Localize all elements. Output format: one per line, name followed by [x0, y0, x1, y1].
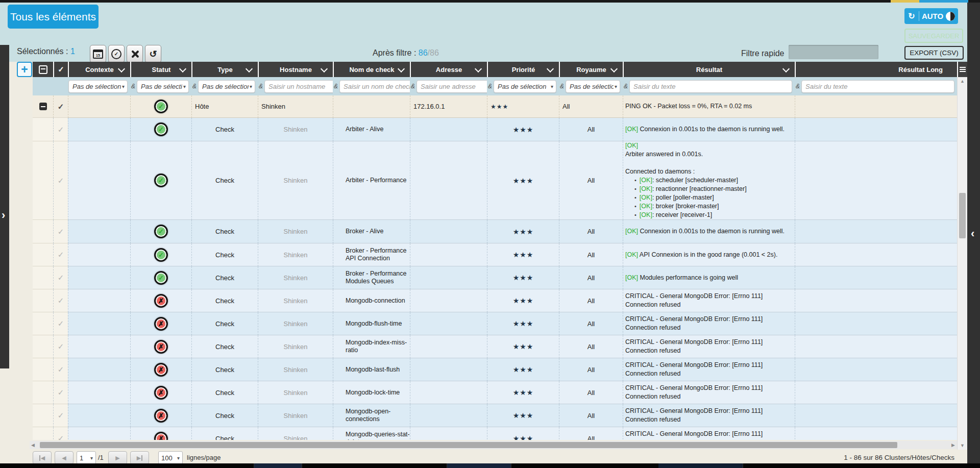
col-header-royaume[interactable]: Royaume — [559, 62, 623, 77]
filter-input-nom-de-check[interactable] — [339, 80, 410, 93]
col-header-resultat[interactable]: Résultat — [623, 62, 795, 77]
toggle-knob-icon[interactable] — [946, 12, 955, 21]
save-button[interactable]: SAUVEGARDER — [904, 29, 963, 43]
filter-input-resultat[interactable] — [629, 80, 792, 93]
row-check-icon[interactable]: ✓ — [58, 227, 64, 236]
filter-select-priorite[interactable]: Pas de sélection▾ — [494, 80, 556, 93]
export-csv-button[interactable]: EXPORT (CSV) — [904, 46, 964, 60]
last-page-button[interactable]: ▶ — [130, 451, 149, 464]
horizontal-scrollbar[interactable]: ◀ ▶ — [30, 441, 957, 449]
table-row[interactable]: ✓✗CheckShinkenMongodb-flush-time★★★AllCR… — [33, 312, 957, 335]
col-header-priorite[interactable]: Priorité — [487, 62, 559, 77]
row-check-icon[interactable]: ✓ — [58, 342, 64, 351]
table-row[interactable]: ✓✓HôteShinken172.16.0.1★★★AllPING OK - P… — [33, 95, 957, 118]
filter-select-contexte[interactable]: Pas de sélection▾ — [68, 80, 128, 93]
row-check-icon[interactable]: ✓ — [58, 365, 64, 374]
add-filter-button[interactable]: + — [17, 62, 32, 77]
col-header-nom-de-check[interactable]: Nom de check — [333, 62, 410, 77]
cell-collapse — [33, 95, 53, 118]
row-check-icon[interactable]: ✓ — [58, 319, 64, 328]
cell-resultat-long — [795, 95, 957, 118]
row-check-icon[interactable]: ✓ — [58, 296, 64, 305]
schedule-button[interactable]: 15 — [90, 45, 106, 63]
row-check-icon[interactable]: ✓ — [58, 102, 64, 111]
cell-adresse — [410, 381, 487, 404]
table-row[interactable]: ✓✗CheckShinkenMongodb-last-flush★★★AllCR… — [33, 358, 957, 381]
table-row[interactable]: ✓✓CheckShinkenBroker - Performance API C… — [33, 243, 957, 266]
table-row[interactable]: ✓✗CheckShinkenMongodb-connection★★★AllCR… — [33, 289, 957, 312]
chevron-down-icon[interactable] — [179, 65, 186, 72]
chevron-down-icon[interactable] — [475, 65, 482, 72]
scroll-up-icon[interactable]: ▲ — [958, 79, 967, 84]
col-header-select[interactable]: ✓ — [53, 62, 68, 77]
col-header-collapse[interactable] — [33, 62, 53, 77]
col-header-resultat-long[interactable]: Résultat Long — [795, 62, 957, 77]
row-check-icon[interactable]: ✓ — [58, 176, 64, 185]
row-check-icon[interactable]: ✓ — [58, 388, 64, 397]
horizontal-scrollbar-thumb[interactable] — [40, 442, 897, 448]
quick-filter-input[interactable] — [789, 45, 878, 59]
row-check-icon[interactable]: ✓ — [58, 250, 64, 259]
table-row[interactable]: ✓✓CheckShinkenBroker - Performance Modul… — [33, 266, 957, 289]
cell-royaume: All — [559, 335, 623, 358]
chevron-down-icon[interactable] — [246, 65, 253, 72]
previous-page-button[interactable]: ◀ — [55, 451, 74, 464]
filter-input-hostname[interactable] — [264, 80, 333, 93]
chevron-down-icon[interactable] — [610, 65, 618, 72]
right-collapse-rail[interactable]: ‹ — [967, 3, 980, 463]
row-check-icon[interactable]: ✓ — [58, 411, 64, 420]
col-header-type[interactable]: Type — [191, 62, 258, 77]
cell-royaume: All — [559, 289, 623, 312]
row-check-icon[interactable]: ✓ — [58, 125, 64, 134]
col-header-statut[interactable]: Statut — [130, 62, 191, 77]
first-page-button[interactable]: ◀ — [33, 451, 52, 464]
chevron-down-icon[interactable] — [118, 65, 125, 72]
per-page-select[interactable]: 100▾ — [158, 451, 183, 464]
col-header-hostname[interactable]: Hostname — [258, 62, 333, 77]
scroll-down-icon[interactable]: ▼ — [958, 443, 967, 448]
expand-left-panel-icon[interactable]: › — [2, 210, 5, 220]
col-header-contexte[interactable]: Contexte — [68, 62, 130, 77]
table-row[interactable]: ✓✗CheckShinkenMongodb-queries-stat-delet… — [33, 427, 957, 440]
vertical-scrollbar-thumb[interactable] — [959, 193, 966, 238]
filter-input-adresse[interactable] — [416, 80, 487, 93]
column-menu-button[interactable] — [957, 62, 967, 77]
and-operator: & — [559, 83, 565, 90]
cell-resultat-long — [795, 358, 957, 381]
auto-refresh-toggle[interactable]: ↻ AUTO — [904, 8, 958, 24]
vertical-scrollbar[interactable]: ▲ ▼ — [957, 77, 967, 450]
filter-select-royaume[interactable]: Pas de sélection▾ — [566, 80, 620, 93]
tools-button[interactable] — [127, 45, 143, 63]
scroll-left-icon[interactable]: ◀ — [31, 442, 35, 448]
row-check-icon[interactable]: ✓ — [58, 273, 64, 282]
cell-selected: ✓ — [53, 95, 68, 118]
chevron-down-icon[interactable] — [321, 65, 328, 72]
table-row[interactable]: ✓✓CheckShinkenArbiter - Performance★★★Al… — [33, 141, 957, 220]
filter-select-statut[interactable]: Pas de sélection▾ — [137, 80, 189, 93]
table-row[interactable]: ✓✗CheckShinkenMongodb-open-connections★★… — [33, 404, 957, 427]
scroll-right-icon[interactable]: ▶ — [951, 442, 955, 448]
bullet-icon: • — [634, 194, 636, 201]
cell-collapse — [33, 118, 53, 141]
left-collapse-rail[interactable]: › — [0, 45, 9, 368]
page-select[interactable]: 1▾ — [77, 451, 96, 464]
chevron-down-icon[interactable] — [398, 65, 405, 72]
expand-right-panel-icon[interactable]: ‹ — [971, 229, 974, 239]
next-page-button[interactable]: ▶ — [108, 451, 127, 464]
table-row[interactable]: ✓✗CheckShinkenMongodb-lock-time★★★AllCRI… — [33, 381, 957, 404]
refresh-button[interactable]: ↺ — [145, 45, 161, 63]
row-check-icon[interactable]: ✓ — [58, 434, 64, 440]
col-header-adresse[interactable]: Adresse — [410, 62, 487, 77]
chevron-down-icon[interactable] — [782, 65, 790, 72]
table-row[interactable]: ✓✓CheckShinkenArbiter - Alive★★★All[OK] … — [33, 118, 957, 141]
filter-select-type[interactable]: Pas de sélection▾ — [198, 80, 255, 93]
table-row[interactable]: ✓✗CheckShinkenMongodb-index-miss-ratio★★… — [33, 335, 957, 358]
tab-all-elements[interactable]: Tous les éléments — [8, 5, 99, 29]
collapse-minus-icon[interactable] — [39, 103, 47, 110]
table-row[interactable]: ✓✓CheckShinkenBroker - Alive★★★All[OK] C… — [33, 220, 957, 243]
cell-resultat: [OK] Connexion in 0.001s to the daemon i… — [623, 118, 795, 141]
chevron-down-icon[interactable] — [547, 65, 554, 72]
filter-input-resultat-long[interactable] — [801, 80, 954, 93]
acknowledge-button[interactable]: ✓ — [108, 45, 125, 63]
status-ok-icon: ✓ — [154, 225, 168, 238]
